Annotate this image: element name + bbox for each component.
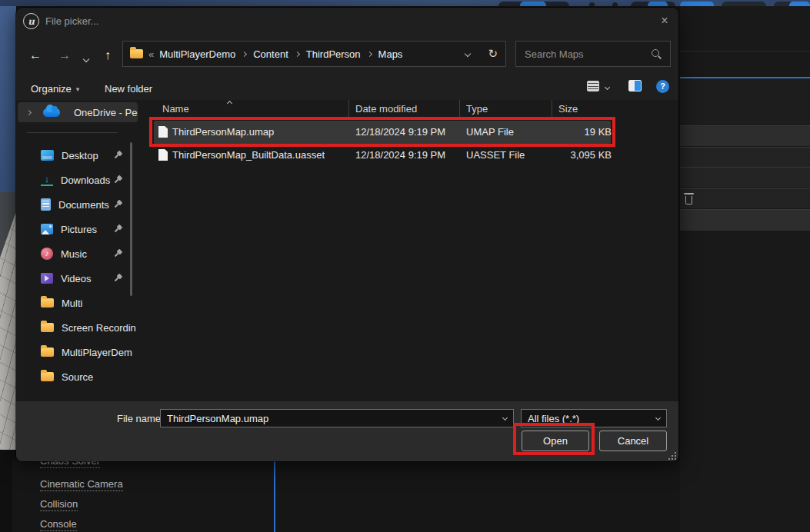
sidebar-item-source[interactable]: Source bbox=[16, 366, 139, 387]
sidebar-item-videos[interactable]: Videos bbox=[16, 268, 139, 289]
view-mode-caret-icon[interactable] bbox=[605, 85, 610, 90]
sidebar-item-downloads[interactable]: Downloads bbox=[16, 169, 139, 191]
sidebar-item-pictures[interactable]: Pictures bbox=[16, 218, 139, 240]
sidebar-item-label: Music bbox=[61, 248, 113, 260]
desktop-icon bbox=[41, 150, 54, 161]
search-placeholder: Search Maps bbox=[525, 48, 652, 60]
column-header-name[interactable]: Name bbox=[162, 103, 189, 115]
folder-icon bbox=[41, 323, 54, 332]
pin-icon bbox=[112, 272, 125, 285]
sidebar-item-label: Multi bbox=[62, 298, 139, 309]
sidebar-item-label: Screen Recordin bbox=[62, 322, 139, 334]
file-picker-dialog: u File picker... × ← → ↑ « MultiPlayerDe… bbox=[16, 8, 678, 461]
chevron-right-icon bbox=[295, 51, 300, 56]
column-header-size[interactable]: Size bbox=[558, 103, 578, 115]
annotation-box-selected-file bbox=[149, 117, 615, 147]
link-cinematic-camera[interactable]: Cinematic Camera bbox=[40, 478, 123, 491]
preview-pane-icon[interactable] bbox=[628, 80, 642, 91]
up-button[interactable]: ↑ bbox=[98, 46, 117, 65]
sidebar-scrollbar[interactable] bbox=[130, 142, 132, 296]
sidebar-item-desktop[interactable]: Desktop bbox=[16, 145, 139, 166]
file-row-thirdpersonmap-builtdata-uasset[interactable]: ThirdPersonMap_BuiltData.uasset 12/18/20… bbox=[154, 147, 611, 165]
editor-window-edge bbox=[0, 6, 16, 192]
documents-icon bbox=[41, 198, 51, 211]
cancel-button[interactable]: Cancel bbox=[599, 431, 667, 451]
editor-dot bbox=[612, 2, 618, 6]
pin-icon bbox=[112, 149, 125, 162]
help-icon[interactable]: ? bbox=[656, 80, 669, 93]
back-button[interactable]: ← bbox=[26, 46, 45, 65]
downloads-icon bbox=[41, 175, 53, 186]
chevron-down-icon[interactable] bbox=[655, 414, 661, 420]
organize-button[interactable]: Organize ▾ bbox=[31, 83, 79, 95]
file-size: 3,095 KB bbox=[523, 149, 612, 161]
sidebar-item-music[interactable]: Music bbox=[16, 243, 139, 264]
viewport-3d-scene bbox=[0, 192, 16, 450]
annotation-box-open-button bbox=[513, 423, 595, 455]
dialog-titlebar[interactable]: u File picker... × bbox=[16, 8, 678, 35]
pin-icon bbox=[112, 174, 125, 187]
chevron-down-icon[interactable] bbox=[502, 414, 508, 420]
sidebar-item-label: OneDrive - Pers bbox=[74, 107, 138, 118]
link-collision[interactable]: Collision bbox=[40, 498, 78, 511]
organize-label: Organize bbox=[31, 83, 72, 95]
chevron-right-icon bbox=[367, 51, 372, 56]
sidebar-item-label: Videos bbox=[61, 273, 113, 284]
chevron-right-icon bbox=[242, 51, 247, 56]
trash-icon[interactable] bbox=[684, 193, 694, 204]
sidebar-item-onedrive[interactable]: OneDrive - Pers bbox=[18, 102, 138, 122]
file-name: ThirdPersonMap_BuiltData.uasset bbox=[172, 149, 325, 161]
pin-icon bbox=[112, 198, 125, 211]
sidebar-divider bbox=[27, 132, 118, 133]
breadcrumb-item[interactable]: MultiPlayerDemo bbox=[159, 48, 235, 60]
editor-topbar bbox=[0, 0, 810, 6]
breadcrumb-item[interactable]: Content bbox=[253, 48, 288, 60]
music-icon bbox=[41, 248, 53, 260]
screen: Chaos Solver Cinematic Camera Collision … bbox=[0, 0, 810, 532]
sidebar-item-multi[interactable]: Multi bbox=[16, 292, 139, 314]
resize-grip[interactable] bbox=[668, 452, 677, 461]
search-icon[interactable] bbox=[652, 49, 662, 59]
breadcrumb-item[interactable]: ThirdPerson bbox=[306, 48, 361, 60]
forward-button[interactable]: → bbox=[55, 46, 74, 65]
sidebar-item-multiplayerdemo[interactable]: MultiPlayerDem bbox=[16, 341, 139, 363]
panel-row bbox=[680, 147, 810, 167]
column-divider[interactable] bbox=[348, 100, 349, 118]
folder-icon bbox=[41, 298, 54, 308]
breadcrumb-item[interactable]: Maps bbox=[378, 48, 403, 60]
onedrive-cloud-icon bbox=[43, 108, 60, 117]
search-input[interactable]: Search Maps bbox=[515, 41, 671, 67]
panel-accent-vline bbox=[274, 460, 275, 532]
column-header-date[interactable]: Date modified bbox=[355, 103, 417, 115]
link-console[interactable]: Console bbox=[40, 518, 77, 531]
address-dropdown-icon[interactable] bbox=[465, 51, 471, 57]
sidebar-item-screen-recordings[interactable]: Screen Recordin bbox=[16, 317, 139, 338]
view-mode-icon[interactable] bbox=[587, 81, 599, 91]
sort-ascending-icon bbox=[227, 101, 232, 106]
address-bar[interactable]: « MultiPlayerDemo Content ThirdPerson Ma… bbox=[122, 41, 506, 67]
column-header-type[interactable]: Type bbox=[466, 103, 488, 115]
pictures-icon bbox=[41, 224, 53, 234]
recent-locations-button[interactable] bbox=[84, 52, 88, 64]
unreal-logo-icon: u bbox=[23, 13, 39, 29]
breadcrumb-overflow[interactable]: « bbox=[148, 48, 154, 60]
chevron-down-icon: ▾ bbox=[76, 85, 80, 93]
folder-icon bbox=[41, 372, 54, 381]
sidebar-item-label: Documents bbox=[58, 199, 113, 211]
sidebar-item-label: Downloads bbox=[61, 175, 113, 186]
column-divider[interactable] bbox=[459, 100, 460, 118]
expand-chevron-icon[interactable] bbox=[26, 109, 32, 115]
pin-icon bbox=[112, 248, 125, 261]
new-folder-button[interactable]: New folder bbox=[105, 83, 152, 95]
sidebar-item-documents[interactable]: Documents bbox=[16, 194, 139, 215]
editor-tab-accent bbox=[648, 2, 668, 6]
close-icon[interactable]: × bbox=[657, 13, 672, 28]
refresh-icon[interactable]: ↻ bbox=[488, 47, 498, 61]
editor-tab-accent bbox=[520, 2, 546, 6]
panel-row bbox=[680, 188, 810, 208]
sidebar-item-label: Desktop bbox=[62, 150, 113, 161]
file-name-combobox[interactable]: ThirdPersonMap.umap bbox=[160, 409, 514, 427]
file-name-value: ThirdPersonMap.umap bbox=[167, 413, 503, 424]
panel-block bbox=[680, 78, 810, 125]
column-divider[interactable] bbox=[552, 100, 552, 118]
